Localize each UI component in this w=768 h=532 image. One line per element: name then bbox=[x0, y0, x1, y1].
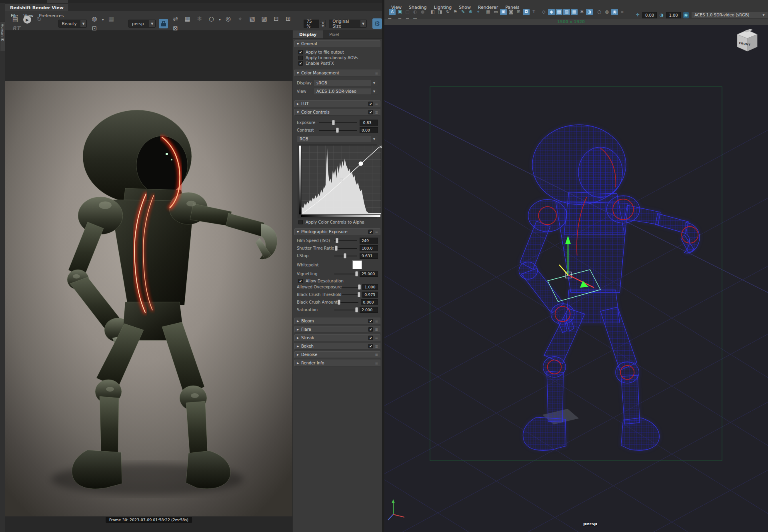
checkbox[interactable]: ✔ bbox=[298, 61, 303, 66]
slider-track[interactable] bbox=[319, 130, 357, 131]
menu-icon[interactable]: ≣ bbox=[375, 102, 378, 106]
focus-target-icon[interactable]: ◎ bbox=[224, 14, 233, 23]
slider-handle[interactable] bbox=[335, 246, 338, 251]
slider-track[interactable] bbox=[342, 294, 360, 295]
region-circle-icon[interactable]: ○ bbox=[207, 14, 216, 23]
slider-track[interactable] bbox=[319, 122, 357, 123]
tiles-icon[interactable]: ▦ bbox=[183, 14, 192, 23]
section-header[interactable]: ▶Denoise≣ bbox=[294, 351, 380, 358]
settings-gear-button[interactable]: ⚙ bbox=[372, 18, 382, 29]
display-size-dropdown[interactable]: Original Size ▼ bbox=[329, 20, 366, 28]
resolution-gate-icon[interactable]: ▣ bbox=[500, 9, 507, 15]
histogram-curve-editor[interactable] bbox=[298, 144, 377, 218]
section-header-general[interactable]: ▼ General bbox=[294, 40, 380, 47]
section-enable-checkbox[interactable]: ✔ bbox=[368, 344, 373, 348]
pan-zoom-icon[interactable]: ⇄ bbox=[171, 14, 180, 23]
section-enable-checkbox[interactable]: ✔ bbox=[368, 230, 373, 234]
menu-icon[interactable]: ≣ bbox=[375, 71, 378, 75]
menu-icon[interactable]: ≣ bbox=[375, 328, 378, 332]
redshift-tab[interactable]: Redshift Render View bbox=[5, 4, 69, 12]
refresh-icon[interactable]: ↻ bbox=[34, 15, 44, 24]
gamma-icon[interactable]: ◑ bbox=[658, 12, 664, 18]
slider-handle[interactable] bbox=[358, 292, 360, 297]
view-cube[interactable]: FRONT bbox=[732, 26, 762, 56]
image-plane-flag-icon[interactable]: ⚑ bbox=[452, 9, 459, 15]
slider-handle[interactable] bbox=[338, 300, 340, 305]
zoom-spinner[interactable]: ▲▼ bbox=[320, 20, 326, 27]
grease-pencil-icon[interactable]: ✎ bbox=[460, 9, 466, 15]
value-field[interactable]: 0.975 bbox=[362, 292, 378, 298]
menu-icon[interactable]: ≣ bbox=[375, 319, 378, 323]
slider-track[interactable] bbox=[334, 274, 357, 274]
section-enable-checkbox[interactable]: ✔ bbox=[368, 336, 373, 340]
pivot-icon[interactable]: ⊕ bbox=[467, 9, 474, 15]
menu-icon[interactable]: ≣ bbox=[375, 230, 378, 234]
slider-handle[interactable] bbox=[344, 253, 346, 258]
exposure-field[interactable]: 0.00 bbox=[642, 12, 657, 18]
ao-icon[interactable]: ◉ bbox=[611, 9, 618, 15]
value-field[interactable]: 9.631 bbox=[360, 253, 378, 259]
section-header[interactable]: ▶Streak✔≣ bbox=[294, 334, 380, 341]
slider-track[interactable] bbox=[334, 240, 357, 241]
slider-track[interactable] bbox=[334, 256, 357, 256]
dome-icon[interactable]: ○ bbox=[596, 9, 603, 15]
section-header[interactable]: ▶Render Info≣ bbox=[294, 360, 380, 366]
slider-track[interactable] bbox=[334, 248, 358, 249]
menu-icon[interactable]: ≣ bbox=[375, 110, 378, 114]
mblur-icon[interactable]: ▪ bbox=[619, 9, 626, 15]
maya-3d-viewport[interactable]: FRONT persp bbox=[384, 25, 768, 532]
humanik-vertical-tab[interactable]: Human IK bbox=[0, 22, 5, 51]
slider-handle[interactable] bbox=[336, 128, 339, 133]
snapshots-icon[interactable]: ⊟ bbox=[272, 14, 281, 23]
menu-icon[interactable]: ≣ bbox=[375, 336, 378, 340]
pixel-grid-icon[interactable]: ▦ bbox=[106, 14, 116, 23]
value-field[interactable]: 2.000 bbox=[360, 307, 378, 313]
play-render-icon[interactable]: ▶ bbox=[23, 16, 31, 24]
render-viewport[interactable]: Frame 30: 2023-07-09 01:58:22 (2m:58s) bbox=[5, 30, 292, 532]
spinner-up-icon[interactable]: ▲ bbox=[320, 20, 326, 24]
value-field[interactable]: 25.000 bbox=[360, 271, 378, 277]
add-snapshot-icon[interactable]: ⊞ bbox=[284, 14, 293, 23]
shadows-icon[interactable]: ◑ bbox=[586, 9, 593, 15]
region-caret-icon[interactable]: ▾ bbox=[218, 15, 222, 24]
render-camera-dropdown[interactable]: persp ▼ bbox=[128, 20, 156, 28]
textured-icon[interactable]: ▩ bbox=[556, 9, 562, 15]
spinner-down-icon[interactable]: ▼ bbox=[320, 24, 326, 27]
section-header-color-management[interactable]: ▼ Color Management ≣ bbox=[294, 70, 380, 76]
dolly-icon[interactable]: ◐ bbox=[412, 9, 418, 15]
lock-camera-button[interactable] bbox=[159, 19, 168, 28]
section-enable-checkbox[interactable]: ✔ bbox=[368, 327, 373, 332]
checkbox[interactable]: ✔ bbox=[298, 279, 303, 283]
value-field[interactable]: 249 bbox=[360, 238, 378, 244]
checkbox[interactable] bbox=[298, 56, 303, 60]
annotate-pencil-icon[interactable]: ⌖ bbox=[475, 9, 482, 15]
section-header[interactable]: ▶Bloom✔≣ bbox=[294, 318, 380, 324]
zoom-level-field[interactable]: 75 % bbox=[304, 20, 319, 28]
rgb-channel-icon[interactable]: ◍ bbox=[90, 14, 99, 23]
value-field[interactable]: 0.000 bbox=[361, 299, 378, 305]
tab-pixel[interactable]: Pixel bbox=[323, 30, 345, 38]
value-field[interactable]: 100.0 bbox=[360, 245, 378, 251]
menu-icon[interactable]: ≣ bbox=[375, 344, 378, 348]
safe-title-icon[interactable]: T bbox=[530, 9, 537, 15]
channel-dropdown[interactable]: RGB ▼ bbox=[297, 136, 378, 142]
sphere-shaded-icon[interactable]: ◍ bbox=[604, 9, 610, 15]
fit-image-icon[interactable]: ▧ bbox=[248, 14, 257, 23]
center-target-icon[interactable]: ⌖ bbox=[236, 14, 245, 23]
section-header-lut[interactable]: ▶ LUT ✔ ≣ bbox=[294, 100, 380, 107]
gamma-field[interactable]: 1.00 bbox=[666, 12, 680, 18]
snowflake-icon[interactable]: ❄ bbox=[195, 14, 204, 23]
slider-handle[interactable] bbox=[355, 307, 358, 312]
roll-icon[interactable]: ● bbox=[419, 9, 426, 15]
value-field[interactable]: 0.00 bbox=[360, 127, 378, 133]
menu-icon[interactable]: ≣ bbox=[375, 361, 378, 365]
track-icon[interactable]: ▢ bbox=[404, 9, 411, 15]
rotate-camera-icon[interactable]: ↻ bbox=[444, 9, 451, 15]
wireframe-icon[interactable]: ◇ bbox=[540, 9, 547, 15]
slider-handle[interactable] bbox=[358, 284, 361, 290]
aov-pass-dropdown[interactable]: Beauty ▼ bbox=[58, 20, 87, 28]
view-transform-dropdown[interactable]: ACES 1.0 SDR-video ▼ bbox=[314, 88, 378, 95]
grid-toggle-icon[interactable]: ▦ bbox=[485, 9, 492, 15]
compare-diagonal-icon[interactable]: ▨ bbox=[260, 14, 269, 23]
checkbox[interactable]: ✔ bbox=[298, 50, 303, 54]
